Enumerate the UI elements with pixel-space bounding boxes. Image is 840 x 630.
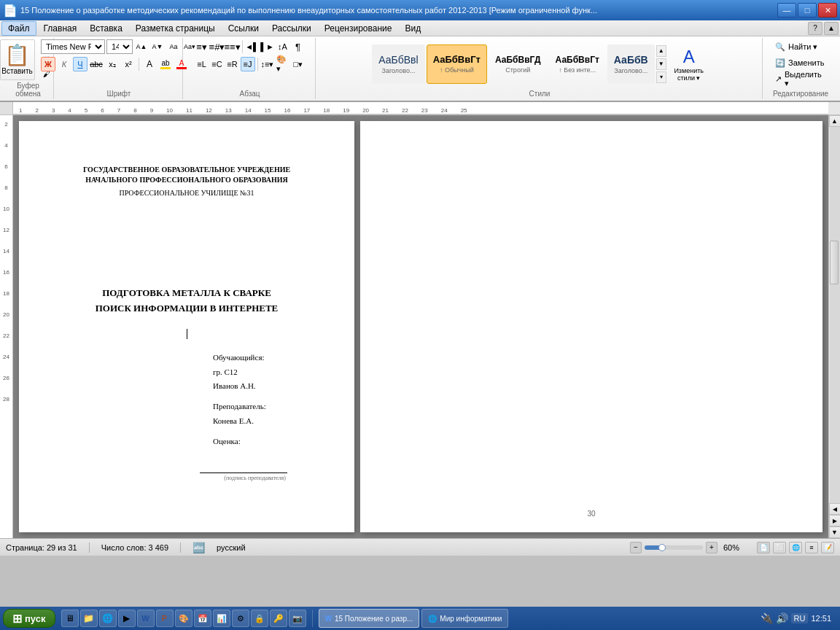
menu-item-refs[interactable]: Ссылки (222, 21, 265, 36)
zoom-handle[interactable] (658, 544, 666, 551)
superscript-button[interactable]: x² (121, 57, 136, 71)
doc-title2: ПОИСК ИНФОРМАЦИИ В ИНТЕРНЕТЕ (55, 301, 318, 316)
menu-item-home[interactable]: Главная (38, 21, 83, 36)
vertical-scrollbar: ▲ ◂ ▸ ▼ (828, 115, 840, 538)
bullets-button[interactable]: ≡▾ (195, 39, 209, 54)
status-sep1 (89, 542, 90, 553)
numbering-button[interactable]: ≡#▾ (210, 39, 225, 54)
taskbar-browser-prog[interactable]: 🌐 Мир информатики (421, 609, 508, 628)
scroll-track[interactable] (830, 127, 840, 503)
window-controls: — □ ✕ (777, 3, 837, 18)
menu-item-review[interactable]: Рецензирование (319, 21, 398, 36)
clear-format-button[interactable]: Aa (166, 39, 181, 54)
line-spacing-button[interactable]: ↕≡▾ (260, 57, 275, 71)
find-button[interactable]: 🔍 Найти ▾ (771, 39, 830, 54)
menu-item-file[interactable]: Файл (1, 21, 36, 36)
font-name-select[interactable]: Times New Ro... (41, 39, 105, 54)
scroll-down-button[interactable]: ▼ (829, 526, 841, 538)
style-heading2[interactable]: АаБбВ Заголово... (607, 44, 655, 84)
doc-cursor-area[interactable] (55, 328, 318, 339)
align-center-button[interactable]: ≡C (210, 57, 225, 71)
tb-extra4[interactable]: 🔑 (270, 610, 287, 627)
outline-button[interactable]: ≡ (805, 542, 818, 553)
align-right-button[interactable]: ≡R (225, 57, 240, 71)
zoom-slider[interactable] (645, 545, 703, 550)
document-page-left[interactable]: ГОСУДАРСТВЕННОЕ ОБРАЗОВАТЕЛЬНОЕ УЧРЕЖДЕН… (19, 121, 354, 532)
tb-extra2[interactable]: ⚙ (232, 610, 249, 627)
powerpoint-tb-icon[interactable]: P (156, 610, 174, 627)
explorer-button[interactable]: 📁 (80, 610, 98, 627)
minimize-button[interactable]: — (777, 3, 796, 18)
styles-scroll-down[interactable]: ▼ (656, 58, 666, 70)
styles-expand[interactable]: ▾ (656, 71, 666, 83)
change-styles-button[interactable]: A Изменить стили ▾ (671, 44, 707, 84)
tb-extra5[interactable]: 📷 (289, 610, 306, 627)
italic-button[interactable]: К (57, 57, 71, 71)
full-screen-button[interactable]: ⬜ (773, 542, 786, 553)
paint-tb-icon[interactable]: 🎨 (175, 610, 192, 627)
help-button[interactable]: ? (808, 22, 822, 35)
zoom-in-button[interactable]: + (706, 542, 718, 553)
increase-indent-button[interactable]: ▌► (260, 39, 275, 54)
teacher-label: Преподаватель: (213, 400, 318, 414)
scroll-next-page[interactable]: ▸ (829, 515, 841, 526)
ie-button[interactable]: 🌐 (99, 610, 117, 627)
print-layout-button[interactable]: 📄 (757, 542, 770, 553)
increase-font-button[interactable]: A▲ (134, 39, 149, 54)
scroll-prev-page[interactable]: ◂ (829, 503, 841, 515)
style-no-interval[interactable]: АаБбВвГт ↑ Без инте... (549, 44, 606, 84)
underline-button[interactable]: Ч (73, 57, 88, 71)
editing-label: Редактирование (770, 90, 831, 98)
text-effects-button[interactable]: A (142, 57, 157, 71)
menu-item-layout[interactable]: Разметка страницы (130, 21, 221, 36)
align-left-button[interactable]: ≡L (195, 57, 209, 71)
borders-button[interactable]: □▾ (291, 57, 306, 71)
paragraph-group: ≡▾ ≡#▾ ≡≡▾ ◄▌ ▌► ↕A ¶ ≡L ≡C ≡R ≡J ↕≡▾ 🎨 (184, 38, 316, 99)
replace-button[interactable]: 🔄 Заменить (771, 55, 830, 70)
shading-button[interactable]: 🎨▾ (276, 57, 290, 71)
document-area[interactable]: ГОСУДАРСТВЕННОЕ ОБРАЗОВАТЕЛЬНОЕ УЧРЕЖДЕН… (13, 115, 828, 538)
web-layout-button[interactable]: 🌐 (789, 542, 802, 553)
menu-item-mail[interactable]: Рассылки (266, 21, 317, 36)
sort-button[interactable]: ↕A (276, 39, 290, 54)
show-desktop-button[interactable]: 🖥 (61, 610, 79, 627)
taskbar-word-prog[interactable]: W 15 Положение о разр... (319, 609, 420, 628)
menu-item-insert[interactable]: Вставка (84, 21, 128, 36)
subscript-button[interactable]: x₂ (105, 57, 120, 71)
word-tb-icon[interactable]: W (137, 610, 155, 627)
decrease-font-button[interactable]: A▼ (150, 39, 165, 54)
highlight-color-button[interactable]: ab (158, 57, 173, 71)
bold-button[interactable]: Ж (41, 57, 55, 71)
tb-extra3[interactable]: 🔒 (251, 610, 268, 627)
styles-scroll-up[interactable]: ▲ (656, 45, 666, 57)
start-label: пуск (25, 613, 46, 624)
draft-button[interactable]: 📝 (821, 542, 834, 553)
font-size-select[interactable]: 14 (106, 39, 133, 54)
calendar-tb-icon[interactable]: 📅 (194, 610, 211, 627)
media-button[interactable]: ▶ (118, 610, 136, 627)
style-strict[interactable]: АаБбВвГД Строгий (489, 44, 548, 84)
decrease-indent-button[interactable]: ◄▌ (245, 39, 260, 54)
paste-button[interactable]: 📋 Вставить (0, 39, 35, 80)
close-button[interactable]: ✕ (818, 3, 837, 18)
zoom-out-button[interactable]: − (630, 542, 642, 553)
multilevel-list-button[interactable]: ≡≡▾ (225, 39, 240, 54)
header-line1: ГОСУДАРСТВЕННОЕ ОБРАЗОВАТЕЛЬНОЕ УЧРЕЖДЕН… (55, 165, 318, 175)
style-heading1[interactable]: АаБбВвl Заголово... (372, 44, 424, 84)
tb-extra1[interactable]: 📊 (213, 610, 230, 627)
scroll-up-button[interactable]: ▲ (829, 115, 841, 127)
start-button[interactable]: ⊞ пуск (3, 609, 55, 628)
paste-icon: 📋 (4, 45, 30, 66)
ribbon-toggle[interactable]: ▲ (824, 22, 839, 35)
spell-check: 🔤 (192, 542, 205, 553)
language-item: русский (217, 543, 245, 552)
ruler-corner (0, 102, 13, 115)
strikethrough-button[interactable]: abc (89, 57, 104, 71)
style-normal[interactable]: АаБбВвГт ↑ Обычный (427, 44, 487, 84)
menu-item-view[interactable]: Вид (399, 21, 427, 36)
show-marks-button[interactable]: ¶ (291, 39, 306, 54)
justify-button[interactable]: ≡J (241, 57, 255, 71)
select-button[interactable]: ↗ Выделить ▾ (771, 71, 830, 86)
maximize-button[interactable]: □ (798, 3, 817, 18)
scroll-thumb[interactable] (830, 241, 839, 284)
